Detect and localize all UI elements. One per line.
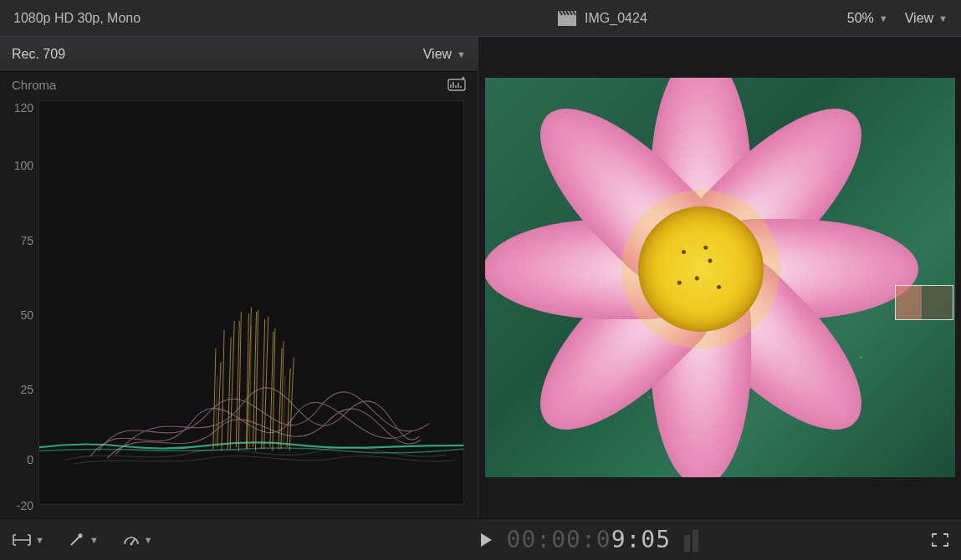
scope-plot: 120 100 75 50 25 0 -20 (7, 95, 468, 510)
audio-meter (684, 528, 706, 552)
chevron-down-icon: ▼ (879, 13, 888, 23)
chevron-down-icon: ▼ (35, 535, 44, 545)
y-tick: 120 (14, 101, 33, 115)
zoom-value: 50% (847, 11, 874, 26)
chevron-down-icon: ▼ (144, 535, 153, 545)
scope-view-dropdown[interactable]: View ▼ (423, 47, 466, 62)
timecode-lit: 9:05 (611, 526, 671, 553)
y-tick: 25 (20, 383, 33, 396)
y-tick: 100 (14, 159, 33, 172)
chevron-down-icon: ▼ (89, 535, 99, 545)
timecode-dim: 00:00:0 (507, 526, 611, 553)
zoom-dropdown[interactable]: 50% ▼ (847, 11, 888, 26)
scope-mode-label: Chroma (12, 78, 56, 92)
clip-title-group: IMG_0424 (558, 11, 647, 26)
scopes-panel: Rec. 709 View ▼ Chroma 120 100 75 50 25 … (0, 37, 478, 518)
clip-name: IMG_0424 (585, 11, 647, 26)
y-tick: 75 (20, 234, 33, 247)
main-area: Rec. 709 View ▼ Chroma 120 100 75 50 25 … (0, 37, 961, 518)
svg-rect-0 (558, 15, 576, 26)
scope-y-axis: 120 100 75 50 25 0 -20 (7, 95, 35, 510)
retime-speed-button[interactable]: ▼ (122, 532, 153, 548)
y-tick: 50 (20, 308, 33, 322)
viewer-subject-flower (485, 78, 919, 477)
timecode-display[interactable]: 00:00:09:05 (507, 526, 671, 553)
y-tick: 0 (27, 453, 33, 466)
scope-waveform[interactable] (38, 100, 464, 505)
fullscreen-button[interactable] (931, 532, 949, 547)
selection-overlay[interactable] (895, 285, 953, 320)
clip-format-label: 1080p HD 30p, Mono (13, 11, 141, 26)
viewer-view-dropdown[interactable]: View ▼ (905, 11, 948, 26)
top-bar: 1080p HD 30p, Mono IMG_0424 50% ▼ View ▼ (0, 0, 961, 37)
range-selection-button[interactable]: ▼ (12, 532, 44, 547)
chevron-down-icon: ▼ (457, 49, 466, 59)
scope-settings-button[interactable] (447, 77, 466, 92)
scope-colorspace: Rec. 709 (12, 47, 65, 62)
svg-point-2 (130, 542, 132, 545)
play-button[interactable] (478, 532, 493, 548)
bottom-toolbar: ▼ ▼ ▼ 00:00:09:05 (0, 518, 961, 560)
viewer-canvas (485, 78, 955, 477)
scope-subheader: Chroma (0, 72, 478, 92)
y-tick: -20 (17, 499, 33, 512)
enhance-wand-button[interactable]: ▼ (68, 532, 99, 548)
viewer-view-label: View (905, 11, 933, 26)
clapper-icon (558, 11, 576, 26)
scope-view-label: View (423, 47, 452, 62)
chevron-down-icon: ▼ (938, 13, 948, 23)
viewer[interactable] (478, 37, 961, 518)
scope-header: Rec. 709 View ▼ (0, 37, 478, 72)
